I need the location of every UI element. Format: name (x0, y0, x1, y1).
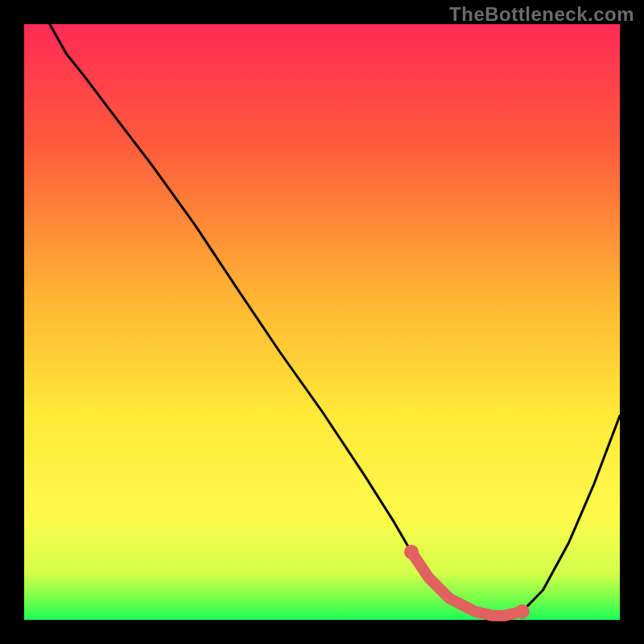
optimal-range-endpoint (404, 545, 419, 559)
optimal-range-endpoint (515, 605, 530, 619)
bottleneck-chart (0, 0, 644, 644)
watermark-text: TheBottleneck.com (449, 3, 634, 26)
chart-container: TheBottleneck.com (0, 0, 644, 644)
